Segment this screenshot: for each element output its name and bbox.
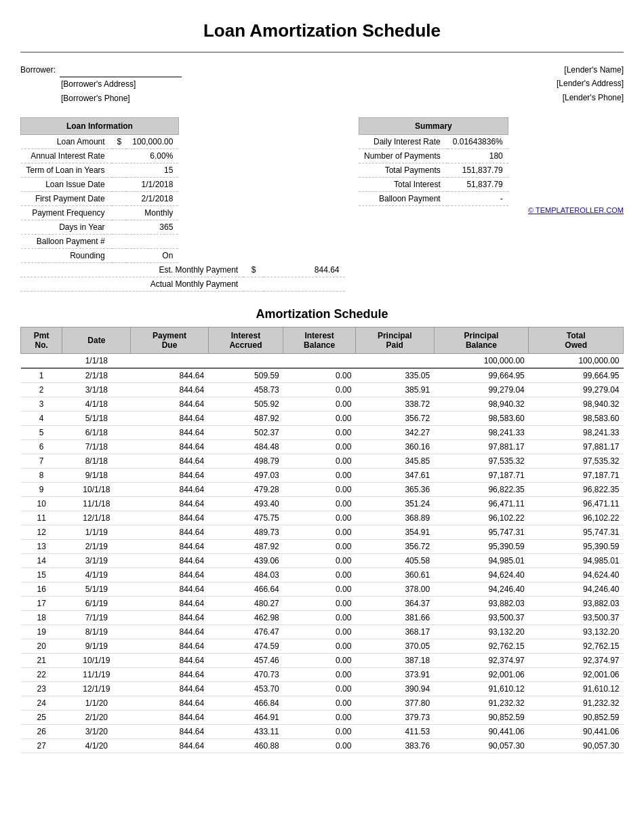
borrower-phone: [Borrower's Phone]: [61, 92, 182, 105]
cell-pmt: 5: [21, 426, 62, 440]
loan-row-label: Balloon Payment #: [21, 235, 112, 249]
table-row: 5 6/1/18 844.64 502.37 0.00 342.27 98,24…: [21, 426, 624, 440]
cell-principal-balance: 94,246.40: [434, 582, 529, 597]
cell-date: 6/1/18: [62, 426, 131, 440]
cell-principal-paid: 373.91: [355, 668, 434, 682]
loan-info-row: Annual Interest Rate 6.00%: [21, 149, 179, 163]
loan-info-row: Balloon Payment #: [21, 235, 179, 249]
loan-row-prefix: [112, 178, 127, 192]
cell-total-owed: 100,000.00: [529, 354, 624, 369]
loan-info-row: Days in Year 365: [21, 220, 179, 235]
est-monthly-value: 844.64: [264, 263, 344, 277]
loan-info-row: Payment Frequency Monthly: [21, 206, 179, 220]
cell-total-owed: 97,187.71: [529, 469, 624, 483]
cell-interest-accrued: 474.59: [208, 639, 283, 654]
cell-date: 2/1/18: [62, 368, 131, 383]
cell-principal-paid: 411.53: [355, 725, 434, 739]
cell-date: 1/1/19: [62, 525, 131, 540]
cell-principal-balance: 96,471.11: [434, 497, 529, 511]
col-principal-paid: PrincipalPaid: [355, 327, 434, 354]
col-principal-balance: PrincipalBalance: [434, 327, 529, 354]
loan-row-prefix: $: [112, 135, 127, 149]
est-monthly-label: Est. Monthly Payment: [20, 263, 243, 277]
cell-total-owed: 96,471.11: [529, 497, 624, 511]
table-row: 9 10/1/18 844.64 479.28 0.00 365.36 96,8…: [21, 483, 624, 497]
cell-pmt: 17: [21, 597, 62, 611]
cell-total-owed: 90,057.30: [529, 739, 624, 753]
cell-payment-due: 844.64: [131, 383, 208, 397]
loan-row-value: 6.00%: [127, 149, 178, 163]
loan-row-prefix: [112, 249, 127, 263]
cell-date: 4/1/20: [62, 739, 131, 753]
loan-info-row: First Payment Date 2/1/2018: [21, 192, 179, 206]
cell-date: 4/1/19: [62, 568, 131, 582]
cell-pmt: 1: [21, 368, 62, 383]
loan-row-prefix: [112, 235, 127, 249]
borrower-address: [Borrower's Address]: [61, 77, 182, 91]
loan-row-value: 15: [127, 163, 178, 178]
templateroller-link[interactable]: © TEMPLATEROLLER.COM: [359, 206, 624, 214]
actual-prefix: [243, 277, 264, 292]
cell-principal-balance: 96,822.35: [434, 483, 529, 497]
cell-date: 1/1/18: [62, 354, 131, 369]
cell-interest-balance: 0.00: [283, 497, 356, 511]
cell-payment-due: 844.64: [131, 368, 208, 383]
cell-principal-balance: 98,241.33: [434, 426, 529, 440]
cell-principal-balance: 91,232.32: [434, 696, 529, 711]
cell-interest-balance: 0.00: [283, 696, 356, 711]
table-row: 14 3/1/19 844.64 439.06 0.00 405.58 94,9…: [21, 554, 624, 568]
cell-interest-accrued: 493.40: [208, 497, 283, 511]
cell-total-owed: 93,500.37: [529, 611, 624, 625]
cell-principal-balance: 92,001.06: [434, 668, 529, 682]
summary-row-label: Total Payments: [359, 163, 447, 178]
cell-payment-due: 844.64: [131, 497, 208, 511]
cell-interest-balance: 0.00: [283, 597, 356, 611]
lender-phone: [Lender's Phone]: [557, 91, 624, 104]
templateroller-anchor[interactable]: © TEMPLATEROLLER.COM: [528, 206, 624, 214]
cell-date: 8/1/19: [62, 625, 131, 639]
actual-monthly-label: Actual Monthly Payment: [20, 277, 243, 292]
cell-payment-due: 844.64: [131, 597, 208, 611]
cell-principal-balance: 90,852.59: [434, 711, 529, 725]
cell-date: 12/1/18: [62, 511, 131, 525]
cell-interest-balance: [283, 354, 356, 369]
cell-principal-paid: 381.66: [355, 611, 434, 625]
loan-row-label: Loan Issue Date: [21, 178, 112, 192]
cell-interest-balance: 0.00: [283, 668, 356, 682]
loan-row-label: Days in Year: [21, 220, 112, 235]
summary-row-value: 0.01643836%: [447, 135, 508, 149]
loan-row-value: 2/1/2018: [127, 192, 178, 206]
cell-payment-due: 844.64: [131, 454, 208, 469]
loan-row-prefix: [112, 149, 127, 163]
table-row: 23 12/1/19 844.64 453.70 0.00 390.94 91,…: [21, 682, 624, 696]
cell-principal-balance: 98,940.32: [434, 397, 529, 412]
cell-total-owed: 98,940.32: [529, 397, 624, 412]
cell-principal-balance: 92,762.15: [434, 639, 529, 654]
cell-pmt: 6: [21, 440, 62, 454]
loan-row-label: Rounding: [21, 249, 112, 263]
cell-principal-paid: 368.89: [355, 511, 434, 525]
cell-principal-paid: 360.16: [355, 440, 434, 454]
info-tables: Loan Information Loan Amount $ 100,000.0…: [20, 117, 624, 297]
cell-interest-balance: 0.00: [283, 654, 356, 668]
cell-interest-balance: 0.00: [283, 639, 356, 654]
loan-row-value: [127, 235, 178, 249]
cell-payment-due: 844.64: [131, 397, 208, 412]
cell-payment-due: 844.64: [131, 725, 208, 739]
loan-row-label: Payment Frequency: [21, 206, 112, 220]
cell-pmt: 21: [21, 654, 62, 668]
summary-row-value: 151,837.79: [447, 163, 508, 178]
cell-interest-balance: 0.00: [283, 383, 356, 397]
cell-interest-accrued: 480.27: [208, 597, 283, 611]
cell-total-owed: 95,390.59: [529, 540, 624, 554]
header-right: [Lender's Name] [Lender's Address] [Lend…: [557, 63, 624, 105]
cell-date: 2/1/19: [62, 540, 131, 554]
summary-row: Daily Interest Rate 0.01643836%: [359, 135, 508, 149]
cell-interest-accrued: 489.73: [208, 525, 283, 540]
summary-row-label: Total Interest: [359, 178, 447, 192]
cell-pmt: 25: [21, 711, 62, 725]
table-row: 26 3/1/20 844.64 433.11 0.00 411.53 90,4…: [21, 725, 624, 739]
cell-interest-balance: 0.00: [283, 469, 356, 483]
table-row: 20 9/1/19 844.64 474.59 0.00 370.05 92,7…: [21, 639, 624, 654]
cell-pmt: 4: [21, 412, 62, 426]
